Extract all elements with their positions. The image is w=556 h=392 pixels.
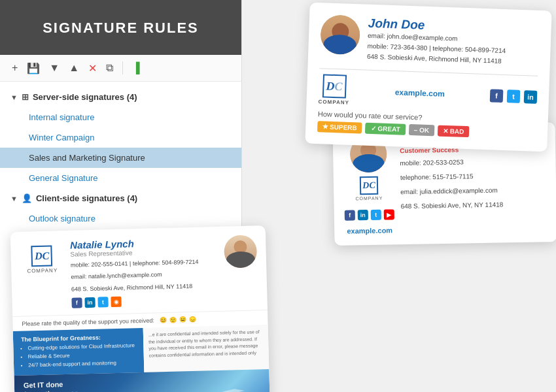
natalie-avatar — [224, 235, 257, 268]
banner-text: Get IT done faster than ever — [24, 379, 78, 392]
group-client-side[interactable]: ▼ 👤 Client-side signatures (4) — [0, 188, 241, 208]
sidebar-item-winter-campaign[interactable]: Winter Campaign — [0, 127, 241, 148]
group-server-side[interactable]: ▼ ⊞ Server-side signatures (4) — [0, 87, 241, 107]
natalie-email: email: natalie.lynch@example.com — [71, 269, 218, 282]
julia-twitter-icon[interactable]: t — [371, 210, 381, 220]
twitter-icon[interactable]: t — [507, 90, 521, 103]
group-label: Server-side signatures (4) — [33, 92, 137, 102]
emoji-3[interactable]: 😐 — [179, 316, 186, 323]
rating-superb[interactable]: ✭ SUPERB — [317, 121, 362, 133]
company-name: company — [318, 99, 349, 106]
toolbar: + 💾 ▼ ▲ ✕ ⧉ ▐ — [0, 55, 241, 82]
chevron-down-icon: ▼ — [10, 93, 18, 101]
rating-section: How would you rate our service? ✭ SUPERB… — [317, 110, 536, 140]
company-logo: DC company — [318, 74, 350, 106]
emoji-4[interactable]: 😞 — [189, 316, 196, 323]
emoji-row: 😊 🙂 😐 😞 — [160, 316, 196, 323]
julia-linkedin-icon[interactable]: in — [358, 210, 368, 220]
social-icons: f t in — [490, 89, 538, 104]
website-link[interactable]: example.com — [356, 86, 483, 100]
natalie-facebook-icon[interactable]: f — [71, 298, 82, 308]
toolbar-divider — [122, 61, 123, 74]
move-up-button[interactable]: ▲ — [69, 62, 79, 74]
natalie-content-row: The Blueprint for Greatness: Cutting-edg… — [13, 325, 269, 376]
emoji-2[interactable]: 🙂 — [169, 317, 177, 323]
bottom-row: DC company example.com f t in — [318, 74, 537, 112]
natalie-company-name: company — [27, 267, 58, 274]
avatar-image — [320, 14, 360, 55]
natalie-rss-icon[interactable]: ◉ — [111, 297, 121, 307]
natalie-promo: The Blueprint for Greatness: Cutting-edg… — [13, 328, 145, 376]
avatar — [320, 14, 360, 55]
julia-mobile: mobile: 202-533-0253 — [400, 156, 502, 169]
delete-button[interactable]: ✕ — [88, 62, 97, 74]
person-info: John Doe email: john.doe@example.com mob… — [367, 16, 507, 67]
julia-telephone: telephone: 515-715-7115 — [400, 171, 503, 183]
logo-chars-2: C — [334, 80, 343, 92]
natalie-social: f in t ◉ — [71, 294, 218, 308]
julia-social: f in t ▶ — [345, 209, 394, 220]
julia-facebook-icon[interactable]: f — [345, 210, 355, 220]
promo-list: Cutting-edge solutions for Cloud Infrast… — [21, 342, 136, 370]
move-down-button[interactable]: ▼ — [49, 62, 60, 74]
chevron-down-icon-2: ▼ — [10, 195, 18, 203]
rating-bad[interactable]: ✕ BAD — [438, 125, 470, 138]
rating-ok[interactable]: – OK — [408, 124, 434, 136]
natalie-logo-area: DC company — [20, 240, 64, 280]
julia-logo: DC — [360, 176, 378, 195]
rate-label: Please rate the quality of the support y… — [22, 318, 154, 327]
emoji-1[interactable]: 😊 — [160, 317, 167, 323]
julia-company-name: company — [355, 196, 383, 201]
logo-chars: D — [326, 80, 335, 92]
copy-button[interactable]: ⧉ — [106, 62, 113, 74]
sidebar-item-general[interactable]: General Signature — [0, 168, 241, 188]
card-natalie: DC company Natalie Lynch Sales Represent… — [10, 225, 271, 392]
rating-great[interactable]: ✓ GREAT — [365, 123, 406, 135]
julia-company: DC company — [355, 176, 383, 201]
toggle-button[interactable]: ▐ — [132, 62, 139, 74]
julia-website[interactable]: example.com — [347, 226, 392, 235]
natalie-right-text: ...e it are confidential and intended so… — [143, 325, 269, 372]
sidebar-item-outlook[interactable]: Outlook signature — [0, 208, 241, 229]
sidebar-item-internal[interactable]: Internal signature — [0, 107, 241, 127]
grid-icon: ⊞ — [22, 92, 29, 102]
natalie-info-block: Natalie Lynch Sales Representative mobil… — [70, 236, 219, 308]
promo-title: The Blueprint for Greatness: — [21, 333, 135, 343]
julia-email: email: julia.eddick@example.com — [400, 185, 503, 197]
natalie-logo: DC — [31, 245, 53, 267]
person-row: John Doe email: john.doe@example.com mob… — [320, 14, 540, 68]
natalie-top: DC company Natalie Lynch Sales Represent… — [10, 225, 268, 316]
natalie-mobile: mobile: 202-555-0141 | telephone: 504-89… — [71, 257, 218, 270]
group-label-2: Client-side signatures (4) — [36, 193, 137, 203]
facebook-icon[interactable]: f — [490, 89, 504, 103]
julia-address: 648 S. Sobieski Ave, NY, NY 11418 — [400, 199, 503, 212]
natalie-twitter-icon[interactable]: t — [97, 297, 108, 307]
linkedin-icon[interactable]: in — [524, 90, 538, 104]
natalie-address: 648 S. Sobieski Ave, Richmond Hill, NY 1… — [71, 281, 218, 294]
natalie-linkedin-icon[interactable]: in — [84, 297, 95, 308]
card-john-doe: John Doe email: john.doe@example.com mob… — [305, 3, 551, 152]
add-button[interactable]: + — [12, 62, 18, 74]
jet-svg — [198, 384, 251, 392]
save-button[interactable]: 💾 — [27, 62, 40, 74]
sidebar-item-sales-marketing[interactable]: Sales and Marketing Signature — [0, 148, 241, 168]
panel-title: SIGNATURE RULES — [0, 0, 241, 55]
user-icon: 👤 — [22, 193, 32, 203]
julia-left: DC company f in t ▶ example.com — [343, 135, 395, 235]
julia-youtube-icon[interactable]: ▶ — [384, 209, 394, 220]
